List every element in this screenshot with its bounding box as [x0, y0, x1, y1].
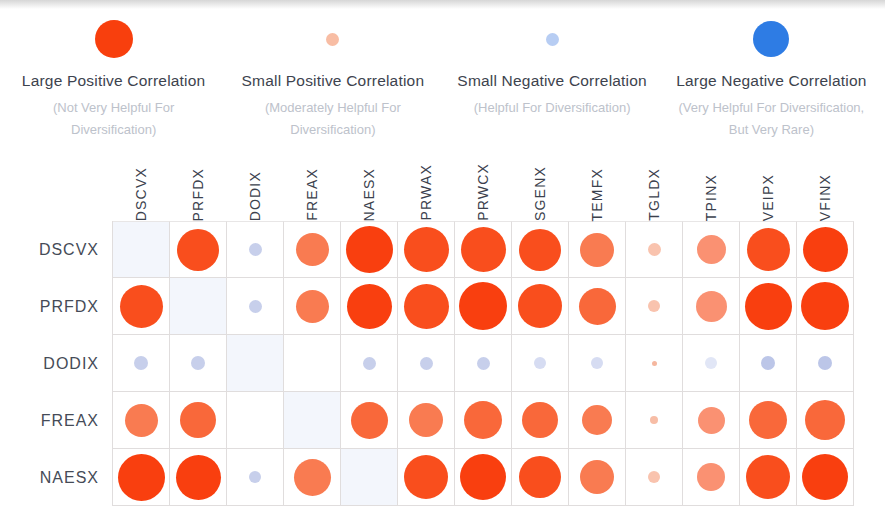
matrix-cell: [113, 392, 170, 449]
correlation-dot: [519, 229, 561, 271]
correlation-dot: [296, 290, 329, 323]
correlation-dot: [802, 454, 848, 500]
correlation-dot: [464, 401, 502, 439]
legend: Large Positive Correlation (Not Very Hel…: [0, 9, 885, 141]
matrix-cell: [797, 221, 854, 278]
column-header-temfx: TEMFX: [569, 145, 626, 221]
matrix-cell: [797, 449, 854, 506]
column-header-sgenx: SGENX: [512, 145, 569, 221]
correlation-dot: [351, 402, 388, 439]
matrix-cell: [284, 335, 341, 392]
matrix-cell: [398, 278, 455, 335]
matrix-cell: [569, 449, 626, 506]
column-header-tpinx: TPINX: [683, 145, 740, 221]
matrix-diagonal-cell: [227, 335, 284, 392]
column-header-prwcx: PRWCX: [455, 145, 512, 221]
correlation-dot: [652, 361, 657, 366]
row-header-prfdx: PRFDX: [0, 278, 113, 335]
matrix-cell: [740, 221, 797, 278]
correlation-dot: [522, 402, 558, 438]
matrix-cell: [170, 449, 227, 506]
column-header-label: PRWAX: [419, 164, 435, 221]
matrix-diagonal-cell: [170, 278, 227, 335]
matrix-cell: [512, 221, 569, 278]
correlation-dot: [818, 356, 832, 370]
matrix-cell: [626, 221, 683, 278]
legend-subtitle: (Very Helpful For Diversification, But V…: [662, 97, 881, 141]
correlation-dot: [177, 229, 219, 271]
column-header-label: DSCVX: [134, 167, 150, 221]
correlation-dot: [363, 357, 376, 370]
matrix-cell: [512, 449, 569, 506]
matrix-cell: [740, 335, 797, 392]
correlation-dot: [347, 284, 392, 329]
dot-box: [443, 17, 662, 61]
legend-title: Large Negative Correlation: [662, 71, 881, 91]
correlation-dot: [580, 460, 614, 494]
matrix-cell: [113, 335, 170, 392]
correlation-dot: [534, 357, 546, 369]
correlation-dot: [346, 226, 393, 273]
matrix-cell: [284, 221, 341, 278]
correlation-dot: [518, 284, 562, 328]
row-header-dodix: DODIX: [0, 335, 113, 392]
correlation-dot: [249, 243, 262, 256]
legend-subtitle: (Not Very Helpful For Diversification): [4, 97, 223, 141]
correlation-dot: [698, 407, 725, 434]
matrix-cell: [683, 221, 740, 278]
matrix-cell: [341, 221, 398, 278]
matrix-cell: [512, 335, 569, 392]
correlation-dot: [404, 227, 449, 272]
correlation-dot: [697, 235, 726, 264]
dot-box: [4, 17, 223, 61]
matrix-body: DSCVXPRFDXDODIXFREAXNAESX: [0, 221, 885, 506]
row-header-dscvx: DSCVX: [0, 221, 113, 278]
matrix-cell: [797, 392, 854, 449]
dot-box: [223, 17, 442, 61]
matrix-cell: [455, 392, 512, 449]
column-header-label: VEIPX: [761, 174, 777, 221]
matrix-cell: [227, 392, 284, 449]
column-header-prwax: PRWAX: [398, 145, 455, 221]
matrix-cell: [398, 221, 455, 278]
large-positive-dot-icon: [95, 20, 133, 58]
column-header-tgldx: TGLDX: [626, 145, 683, 221]
correlation-dot: [118, 454, 165, 501]
matrix-cell: [455, 221, 512, 278]
correlation-dot: [120, 285, 163, 328]
column-header-label: VFINX: [818, 174, 834, 221]
column-header-label: NAESX: [362, 168, 378, 221]
top-shadow-divider: [0, 0, 885, 9]
matrix-cell: [170, 221, 227, 278]
dot-box: [662, 17, 881, 61]
legend-subtitle-line1: (Very Helpful For Diversification,: [662, 97, 881, 119]
matrix-cell: [626, 449, 683, 506]
matrix-cell: [227, 449, 284, 506]
correlation-dot: [191, 356, 205, 370]
column-header-label: TPINX: [704, 174, 720, 221]
matrix-cell: [740, 392, 797, 449]
correlation-dot: [648, 300, 660, 312]
matrix-cell: [626, 335, 683, 392]
column-header-label: DODIX: [248, 171, 264, 221]
correlation-dot: [696, 291, 727, 322]
matrix-cell: [569, 221, 626, 278]
matrix-cell: [170, 392, 227, 449]
matrix-cell: [284, 278, 341, 335]
matrix-cell: [683, 335, 740, 392]
legend-subtitle-line2: Diversification): [223, 119, 442, 141]
correlation-dot: [705, 357, 717, 369]
matrix-cell: [740, 278, 797, 335]
matrix-diagonal-cell: [113, 221, 170, 278]
matrix-cell: [113, 278, 170, 335]
legend-title: Large Positive Correlation: [4, 71, 223, 91]
matrix-cell: [683, 278, 740, 335]
correlation-dot: [697, 463, 725, 491]
column-header-freax: FREAX: [284, 145, 341, 221]
matrix-cell: [569, 335, 626, 392]
correlation-dot: [176, 455, 221, 500]
correlation-dot: [249, 300, 262, 313]
column-header-label: PRFDX: [191, 168, 207, 221]
correlation-dot: [461, 227, 506, 272]
small-positive-dot-icon: [326, 33, 339, 46]
